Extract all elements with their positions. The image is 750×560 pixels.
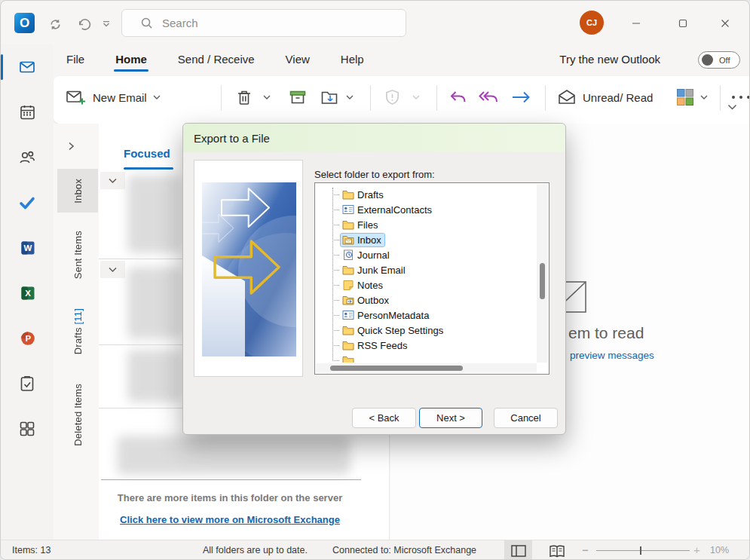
new-email-button[interactable]: New Email [66, 76, 161, 118]
tree-item-notes[interactable]: Notes [316, 277, 536, 292]
folder-tab-label: Inbox [72, 179, 84, 203]
export-dialog: Export to a File [182, 123, 566, 435]
tree-item-externalcontacts[interactable]: ExternalContacts [316, 202, 536, 217]
group-collapse-icon[interactable] [100, 172, 125, 189]
customize-toolbar-icon[interactable] [97, 16, 115, 32]
folder-tab-drafts[interactable]: Drafts [11] [57, 297, 98, 366]
forward-button[interactable] [510, 76, 531, 118]
rail-calendar[interactable] [1, 90, 54, 135]
archive-button[interactable] [289, 76, 307, 118]
tree-item-quick-step-settings[interactable]: Quick Step Settings [316, 323, 536, 338]
move-to-button[interactable] [320, 76, 354, 118]
view-more-link[interactable]: Click here to view more on Microsoft Exc… [99, 514, 361, 525]
scrollbar-thumb[interactable] [330, 366, 463, 371]
group-collapse-icon[interactable] [100, 261, 125, 278]
tree-branch [332, 285, 339, 286]
cancel-button[interactable]: Cancel [494, 408, 558, 428]
tree-item-files[interactable]: Files [316, 217, 536, 232]
tab-focused[interactable]: Focused [124, 147, 170, 160]
tree-item-outbox[interactable]: Outbox [316, 292, 536, 308]
tree-item-drafts[interactable]: Drafts [316, 187, 536, 202]
rail-tasks[interactable] [1, 361, 54, 406]
delete-dropdown[interactable] [263, 76, 271, 118]
reply-button[interactable] [448, 76, 468, 118]
new-email-icon [66, 88, 87, 106]
maximize-icon[interactable] [669, 13, 697, 34]
rail-word[interactable]: W [1, 225, 54, 271]
rail-excel[interactable]: X [1, 271, 54, 316]
menu-tab-home[interactable]: Home [114, 47, 148, 73]
divider [370, 85, 371, 111]
powerpoint-icon: P [18, 329, 37, 347]
menu-tab-file[interactable]: File [65, 47, 86, 73]
avatar[interactable]: CJ [580, 11, 604, 35]
folder-tab-sent-items[interactable]: Sent Items [57, 219, 98, 290]
tree-item-rss-feeds[interactable]: RSS Feeds [316, 338, 536, 353]
app-rail: WXP [1, 44, 54, 540]
tree-horizontal-scrollbar[interactable] [316, 363, 537, 373]
divider [720, 85, 721, 111]
report-dropdown[interactable] [412, 76, 420, 118]
export-wizard-graphic [202, 182, 296, 357]
menu-tab-send-receive[interactable]: Send / Receive [176, 47, 256, 73]
tree-item-label: PersonMetadata [357, 310, 429, 321]
blurred-message-content [117, 436, 351, 475]
tree-item-junk-email[interactable]: Junk Email [316, 262, 536, 277]
divider [221, 85, 222, 111]
tree-item-partial[interactable] [316, 353, 536, 363]
list-separator [99, 408, 182, 409]
zoom-level[interactable]: 10% [710, 545, 729, 555]
folder-pane-collapsed: InboxSent ItemsDrafts [11]Deleted Items [54, 124, 99, 540]
menu-tab-help[interactable]: Help [339, 47, 366, 73]
preview-messages-link-partial[interactable]: preview messages [570, 350, 654, 361]
list-separator [99, 344, 182, 345]
scrollbar-thumb[interactable] [540, 263, 545, 299]
menu-tab-view[interactable]: View [284, 47, 311, 73]
inbox-icon [342, 234, 354, 245]
rail-powerpoint[interactable]: P [1, 316, 54, 361]
minimize-icon[interactable] [622, 13, 651, 34]
back-button[interactable]: < Back [352, 408, 416, 428]
undo-icon[interactable] [75, 16, 93, 32]
new-outlook-toggle[interactable]: Off [698, 51, 740, 69]
zoom-slider-track[interactable] [596, 550, 690, 551]
statusbar: Items: 13 All folders are up to date. Co… [1, 540, 750, 560]
expand-folder-pane-icon[interactable] [68, 140, 75, 154]
tree-item-inbox[interactable]: Inbox [316, 232, 536, 247]
collapse-ribbon-icon[interactable] [727, 100, 737, 114]
rail-apps[interactable] [1, 406, 54, 451]
tree-item-personmetadata[interactable]: PersonMetadata [316, 308, 536, 323]
rail-people[interactable] [1, 135, 54, 180]
reply-all-button[interactable] [477, 76, 500, 118]
next-button[interactable]: Next > [419, 408, 482, 428]
zoom-slider-thumb[interactable] [640, 546, 641, 555]
tree-vertical-scrollbar[interactable] [537, 184, 548, 363]
reading-view-button[interactable] [545, 543, 569, 559]
report-button[interactable] [384, 76, 401, 118]
tree-branch [332, 240, 339, 240]
unread-read-button[interactable]: Unread/ Read [557, 76, 653, 118]
search-input[interactable] [162, 17, 373, 29]
folder-tab-deleted-items[interactable]: Deleted Items [57, 373, 98, 456]
normal-view-button[interactable] [504, 540, 532, 560]
zoom-in-icon[interactable]: + [693, 543, 700, 556]
journal-icon [342, 249, 354, 260]
connection-status: Connected to: Microsoft Exchange [332, 545, 476, 555]
zoom-out-icon[interactable]: − [582, 543, 589, 556]
more-items-text: There are more items in this folder on t… [99, 492, 361, 503]
folder-icon [342, 325, 354, 335]
rail-mail[interactable] [1, 44, 54, 90]
close-icon[interactable] [711, 13, 739, 34]
folder-icon [342, 189, 354, 200]
rail-todo[interactable] [1, 180, 54, 225]
search-box[interactable] [121, 9, 406, 37]
tree-item-journal[interactable]: Journal [316, 247, 536, 262]
chevron-down-icon [346, 95, 354, 100]
tree-item-label: Inbox [357, 234, 381, 246]
sync-icon[interactable] [46, 16, 64, 32]
quick-steps-button[interactable] [676, 76, 708, 118]
apps-icon [18, 420, 36, 438]
delete-button[interactable] [236, 76, 253, 118]
folder-tab-inbox[interactable]: Inbox [57, 169, 98, 213]
trash-icon [236, 89, 253, 106]
